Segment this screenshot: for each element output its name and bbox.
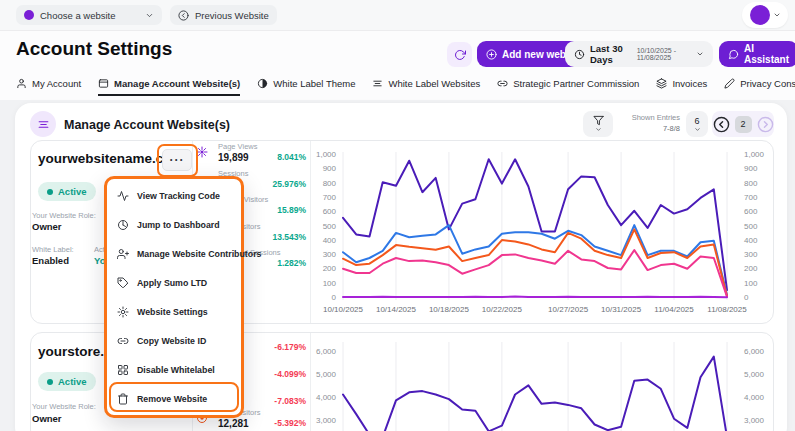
status-label: Active [58, 186, 87, 197]
menu-item-label: Disable Whitelabel [137, 365, 215, 375]
tab-manage-account-website-s[interactable]: Manage Account Website(s) [98, 78, 240, 96]
pagination: 2 [712, 111, 774, 137]
menu-item-label: Copy Website ID [137, 336, 206, 346]
x-tick-label: 10/22/2025 [482, 305, 522, 314]
stat-value: 19,899 [218, 152, 249, 163]
refresh-button[interactable] [447, 42, 472, 67]
pen-icon [724, 78, 735, 89]
chevron-down-icon [696, 50, 704, 58]
x-tick-label: 11/04/2025 [654, 305, 693, 314]
y-tick-label: 600 [300, 207, 336, 216]
x-tick-label: 11/08/2025 [707, 305, 746, 314]
link-icon [497, 78, 508, 89]
shown-entries-value: 7-8/8 [663, 124, 680, 133]
avatar [750, 5, 770, 25]
grid-icon [117, 364, 129, 376]
chart1-yaxis-left: 1,0009008007006005004003002001000 [300, 150, 336, 302]
y-tick-label: 900 [300, 164, 336, 173]
user-plus-icon [117, 248, 129, 260]
menu-item-label: Jump to Dashboard [137, 220, 220, 230]
gear-icon [117, 306, 129, 318]
menu-item-label: Manage Website Contributors [137, 249, 261, 259]
date-range-picker[interactable]: Last 30 Days 10/10/2025 - 11/08/2025 [565, 41, 713, 67]
tab-label: Strategic Partner Commission [513, 78, 639, 89]
tab-white-label-theme[interactable]: White Label Theme [257, 78, 355, 94]
y-tick-label: 6,000 [300, 347, 336, 356]
panel-list-icon [30, 111, 56, 137]
tab-invoices[interactable]: Invoices [656, 78, 707, 94]
y-tick-label: 6,000 [744, 347, 780, 356]
previous-website-button[interactable]: Previous Website [170, 5, 277, 25]
current-page[interactable]: 2 [735, 116, 752, 133]
arrow-left-circle-icon [178, 10, 189, 21]
status-label: Active [58, 376, 87, 387]
shown-entries-label: Shown Entries [616, 112, 680, 123]
top-bar: Choose a website Previous Website [0, 0, 795, 31]
chat-icon [728, 49, 739, 60]
y-tick-label: 200 [744, 264, 780, 273]
tab-label: Manage Account Website(s) [114, 78, 240, 89]
y-tick-label: 800 [744, 179, 780, 188]
tab-strategic-partner-commission[interactable]: Strategic Partner Commission [497, 78, 639, 94]
chart2-yaxis-right: 6,0005,0004,0003,000 [744, 338, 780, 431]
y-tick-label: 5,000 [744, 370, 780, 379]
y-tick-label: 400 [300, 236, 336, 245]
y-tick-label: 3,000 [300, 416, 336, 425]
tab-privacy-consents[interactable]: Privacy Consents [724, 78, 795, 94]
lines-icon [372, 78, 383, 89]
ai-assistant-label: AI Assistant [744, 43, 789, 65]
choose-website-label: Choose a website [40, 10, 139, 21]
menu-item-website-settings[interactable]: Website Settings [107, 297, 241, 326]
stat-value: 12,281 [218, 418, 249, 429]
role-value-2: Owner [32, 413, 62, 424]
website-dot-icon [24, 10, 34, 20]
y-tick-label: 900 [744, 164, 780, 173]
tag-icon [117, 277, 129, 289]
layers-icon [656, 78, 667, 89]
menu-item-label: Apply Sumo LTD [137, 278, 207, 288]
user-icon [16, 78, 27, 89]
menu-item-label: Website Settings [137, 307, 208, 317]
y-tick-label: 400 [744, 236, 780, 245]
role-label-1: Your Website Role: [32, 211, 96, 220]
menu-item-disable-whitelabel[interactable]: Disable Whitelabel [107, 355, 241, 384]
menu-item-copy-website-id[interactable]: Copy Website ID [107, 326, 241, 355]
browser-icon [98, 78, 109, 89]
tab-label: Privacy Consents [740, 78, 795, 89]
chart1-xaxis: 10/10/202510/14/202510/18/202510/22/2025… [336, 305, 736, 317]
y-tick-label: 0 [744, 293, 780, 302]
x-tick-label: 10/27/2025 [548, 305, 588, 314]
menu-item-jump-to-dashboard[interactable]: Jump to Dashboard [107, 210, 241, 239]
menu-item-view-tracking-code[interactable]: View Tracking Code [107, 181, 241, 210]
tab-white-label-websites[interactable]: White Label Websites [372, 78, 480, 94]
chart1-line-chart [336, 150, 736, 302]
previous-website-label: Previous Website [195, 10, 269, 21]
pulse-icon [117, 190, 129, 202]
tab-my-account[interactable]: My Account [16, 78, 81, 94]
website-actions-menu: View Tracking CodeJump to DashboardManag… [104, 176, 244, 418]
role-label-2: Your Website Role: [32, 402, 96, 411]
page-size-dropdown[interactable]: 6 [686, 111, 708, 137]
filter-button[interactable] [583, 111, 613, 137]
chevron-down-icon [694, 126, 701, 133]
tab-label: White Label Websites [388, 78, 480, 89]
choose-website-dropdown[interactable]: Choose a website [16, 5, 162, 25]
menu-item-apply-sumo-ltd[interactable]: Apply Sumo LTD [107, 268, 241, 297]
tab-label: My Account [32, 78, 81, 89]
y-tick-label: 500 [744, 222, 780, 231]
chevron-down-icon [145, 11, 154, 20]
user-menu[interactable] [742, 2, 788, 28]
ai-assistant-button[interactable]: AI Assistant [719, 41, 795, 67]
prev-page-button[interactable] [713, 116, 730, 133]
stat-page-views: Page Views19,8998.041% [196, 140, 308, 166]
link-icon [117, 335, 129, 347]
next-page-button[interactable] [757, 116, 774, 133]
y-tick-label: 100 [300, 279, 336, 288]
page-title: Account Settings [16, 38, 172, 60]
clock-icon [574, 49, 585, 60]
chevron-down-icon [595, 126, 602, 133]
refresh-icon [454, 49, 466, 61]
y-tick-label: 300 [744, 250, 780, 259]
dashboard-icon [117, 219, 129, 231]
menu-item-manage-website-contributors[interactable]: Manage Website Contributors [107, 239, 241, 268]
